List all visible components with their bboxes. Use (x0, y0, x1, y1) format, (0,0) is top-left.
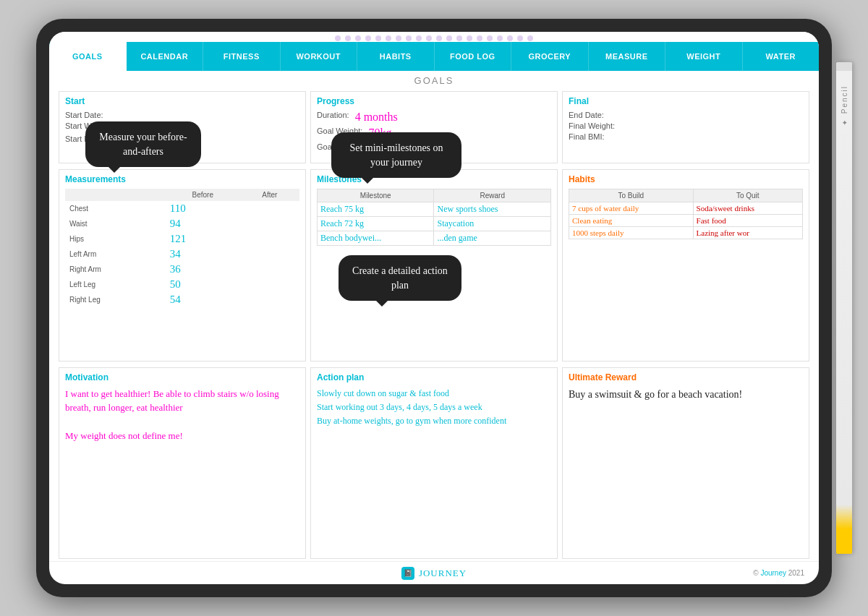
end-date-label: End Date: (569, 111, 803, 119)
table-row: Clean eating Fast food (569, 215, 803, 227)
habits-section: Habits To Build To Quit 7 cups of water … (562, 169, 809, 362)
nav-water[interactable]: WATER (743, 42, 820, 71)
meas-after (240, 247, 299, 262)
table-row: Bench bodywei... ...den game (318, 231, 551, 246)
meas-after (240, 292, 299, 307)
start-title: Start (65, 96, 299, 106)
reward-item: Staycation (434, 217, 551, 231)
measurements-title: Measurements (65, 174, 299, 184)
ultimate-title: Ultimate Reward (569, 372, 803, 382)
habit-quit: Soda/sweet drinks (693, 202, 802, 215)
nav-workout[interactable]: WORKOUT (281, 42, 358, 71)
start-date-label: Start Date: (65, 111, 299, 119)
motivation-section: Motivation I want to get healthier! Be a… (59, 367, 306, 560)
meas-before: 36 (166, 262, 240, 277)
nav-food-log[interactable]: FOOD LOG (435, 42, 512, 71)
measurements-table: Before After Chest 110 Waist 94 Hips 121… (65, 189, 299, 307)
nav-calendar[interactable]: CALENDAR (127, 42, 204, 71)
motivation-title: Motivation (65, 372, 299, 382)
progress-title: Progress (317, 96, 551, 106)
reward-item: ...den game (434, 231, 551, 246)
footer-copyright: © Journey 2021 (753, 569, 804, 577)
meas-label: Hips (65, 231, 166, 247)
measurements-section: Measurements Before After Chest 110 (59, 169, 306, 362)
bottom-row: Motivation I want to get healthier! Be a… (49, 365, 819, 562)
milestones-section: Milestones Milestone Reward Reach 75 kg … (310, 169, 558, 362)
nav-grocery[interactable]: GROCERY (511, 42, 589, 71)
meas-before: 121 (166, 231, 240, 247)
top-row: Start Start Date: Start Weight: Start BM… (49, 89, 819, 166)
middle-row: Measurements Before After Chest 110 (49, 167, 819, 364)
final-title: Final (569, 96, 803, 106)
reward-item: New sports shoes (434, 202, 551, 217)
ultimate-reward-section: Ultimate Reward Buy a swimsuit & go for … (562, 367, 809, 560)
col-reward: Reward (434, 189, 551, 202)
meas-label: Right Leg (65, 292, 166, 307)
action-text: Slowly cut down on sugar & fast foodStar… (317, 387, 551, 429)
col-milestone: Milestone (318, 189, 434, 202)
meas-after (240, 262, 299, 277)
habits-title: Habits (569, 174, 803, 184)
table-row: Left Arm 34 (65, 247, 299, 262)
table-row: Left Leg 50 (65, 277, 299, 292)
habit-quit: Fast food (693, 215, 802, 227)
nav-goals[interactable]: GOALS (49, 42, 127, 71)
start-bmi-value: 22 (103, 132, 116, 147)
col-after: After (240, 189, 299, 201)
nav-measure[interactable]: MEASURE (589, 42, 666, 71)
table-row: 7 cups of water daily Soda/sweet drinks (569, 202, 803, 215)
table-row: 1000 steps daily Lazing after wor (569, 227, 803, 239)
habit-build: 1000 steps daily (569, 227, 694, 239)
duration-value: 4 months (355, 111, 398, 124)
ultimate-text: Buy a swimsuit & go for a beach vacation… (569, 387, 803, 402)
milestones-table: Milestone Reward Reach 75 kg New sports … (317, 189, 551, 246)
meas-before: 94 (166, 216, 240, 231)
meas-label: Chest (65, 201, 166, 216)
col-before: Before (166, 189, 240, 201)
table-row: Reach 72 kg Staycation (318, 217, 551, 231)
progress-section: Progress Duration: 4 months Goal Weight:… (310, 91, 558, 163)
motivation-text: I want to get healthier! Be able to clim… (65, 387, 299, 443)
meas-before: 50 (166, 277, 240, 292)
final-bmi-label: Final BMI: (569, 132, 803, 141)
footer: 📓 JoURNEY © Journey 2021 (49, 561, 819, 584)
decorative-dots (49, 32, 819, 42)
meas-after (240, 277, 299, 292)
meas-after (240, 201, 299, 216)
duration-label: Duration: (317, 111, 349, 124)
meas-label: Left Leg (65, 277, 166, 292)
meas-label: Left Arm (65, 247, 166, 262)
habit-build: 7 cups of water daily (569, 202, 694, 215)
habits-table: To Build To Quit 7 cups of water daily S… (569, 189, 803, 239)
final-weight-label: Final Weight: (569, 121, 803, 130)
col-build: To Build (569, 189, 694, 202)
meas-after (240, 216, 299, 231)
footer-logo: 📓 (401, 567, 414, 580)
milestone-item: Bench bodywei... (318, 231, 434, 246)
table-row: Right Arm 36 (65, 262, 299, 277)
nav-bar: GOALS CALENDAR FITNESS WORKOUT HABITS FO… (49, 42, 819, 71)
meas-label: Right Arm (65, 262, 166, 277)
table-row: Hips 121 (65, 231, 299, 247)
meas-before: 110 (166, 201, 240, 216)
start-bmi-label: Start BMI: (65, 134, 101, 143)
habit-quit: Lazing after wor (693, 227, 802, 239)
milestone-item: Reach 72 kg (318, 217, 434, 231)
meas-after (240, 231, 299, 247)
milestone-item: Reach 75 kg (318, 202, 434, 217)
nav-habits[interactable]: HABITS (357, 42, 435, 71)
goal-bmi-value: 22.0 (358, 142, 378, 155)
meas-before: 54 (166, 292, 240, 307)
final-section: Final End Date: Final Weight: Final BMI: (562, 91, 809, 163)
meas-before: 34 (166, 247, 240, 262)
table-row: Right Leg 54 (65, 292, 299, 307)
nav-fitness[interactable]: FITNESS (203, 42, 281, 71)
table-row: Reach 75 kg New sports shoes (318, 202, 551, 217)
meas-label: Waist (65, 216, 166, 231)
content-wrapper: Measure your before-and-afters Set mini-… (49, 89, 819, 584)
goal-weight-label: Goal Weight: (317, 127, 362, 140)
footer-journey-link[interactable]: Journey (760, 569, 786, 577)
nav-weight[interactable]: WEIGHT (665, 42, 743, 71)
apple-pencil: ✦ Pencil (836, 62, 852, 554)
page-title: GOALS (49, 71, 819, 89)
